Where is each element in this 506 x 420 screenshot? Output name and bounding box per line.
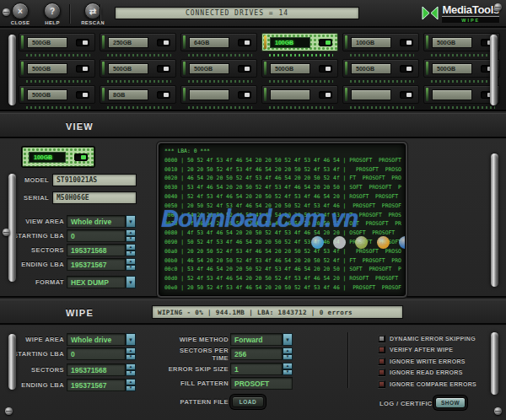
drive-bay[interactable]: 500GB (180, 59, 257, 78)
drive-activity-leds (431, 54, 495, 57)
checkbox[interactable] (378, 358, 385, 365)
fill-pattern-row: FILL PATTERN PROSOFT (165, 377, 300, 390)
drive-bay[interactable]: 500GB (19, 85, 95, 104)
spinner-down-icon[interactable]: ▼ (126, 265, 136, 272)
drive-capacity-lcd (351, 89, 391, 100)
drive-bay[interactable]: 500GB (342, 59, 419, 78)
ending-lba-spinner[interactable]: ▲ ▼ (126, 379, 136, 391)
ending-lba-input[interactable]: 195371567 (67, 258, 126, 271)
wipe-method-select[interactable]: Forward (230, 333, 283, 346)
fill-pattern-input[interactable]: PROSOFT (230, 377, 293, 390)
close-icon[interactable]: × (12, 3, 29, 19)
sectors-per-time-input[interactable]: 256 (230, 347, 283, 360)
drive-activity-leds (26, 54, 90, 57)
hex-row: 0080 | 4f 53 4f 46 54 20 20 50 52 4f 53 … (164, 229, 403, 238)
spinner-down-icon[interactable]: ▼ (126, 354, 136, 361)
sectors-spinner[interactable]: ▲ ▼ (126, 363, 136, 376)
show-button[interactable]: SHOW (435, 397, 466, 408)
drive-toggle-switch[interactable] (76, 91, 89, 99)
drive-bay[interactable]: 500GB (423, 59, 500, 78)
chevron-down-icon[interactable]: ▼ (126, 215, 136, 228)
checkbox[interactable] (378, 380, 385, 388)
drive-toggle-switch[interactable] (238, 39, 251, 46)
checkbox[interactable] (378, 335, 385, 342)
checkbox[interactable] (378, 346, 385, 353)
spinner-up-icon[interactable]: ▲ (126, 229, 136, 236)
spinner-up-icon[interactable]: ▲ (126, 347, 136, 354)
wipe-option-row: IGNORE COMPARE ERRORS (378, 380, 476, 389)
ending-lba-spinner[interactable]: ▲ ▼ (126, 258, 136, 271)
ending-lba-input[interactable]: 195371567 (67, 379, 126, 391)
drive-bay[interactable]: 64GB (180, 33, 257, 51)
load-button[interactable]: LOAD (232, 396, 264, 407)
drive-bay[interactable]: 8GB (100, 85, 176, 104)
error-skip-size-spinner[interactable]: ▲ ▼ (283, 363, 293, 375)
starting-lba-input[interactable]: 0 (67, 347, 126, 360)
drive-toggle-switch[interactable] (76, 65, 89, 73)
drive-bay[interactable]: 500GB (423, 33, 500, 51)
error-skip-size-input[interactable]: 1 (230, 363, 283, 375)
help-button[interactable]: ? HELP (34, 3, 71, 25)
drive-bay[interactable]: 500GB (100, 59, 176, 78)
drive-toggle-switch[interactable] (400, 65, 413, 73)
drive-toggle-switch[interactable] (319, 91, 332, 99)
hex-row: 00a0 | 20 20 50 52 4f 53 4f 46 54 20 20 … (164, 247, 403, 256)
sectors-per-time-spinner[interactable]: ▲ ▼ (283, 347, 293, 360)
spinner-up-icon[interactable]: ▲ (126, 379, 136, 385)
drive-toggle-switch[interactable] (238, 65, 251, 73)
rescan-button[interactable]: ⇄ RESCAN (74, 3, 111, 25)
spinner-down-icon[interactable]: ▼ (283, 354, 293, 361)
drive-bay[interactable]: 500GB (19, 59, 95, 78)
model-field[interactable]: ST910021AS (52, 174, 137, 186)
spinner-down-icon[interactable]: ▼ (126, 370, 136, 377)
view-area-select[interactable]: Whole drive (67, 215, 126, 228)
drive-bay[interactable]: 100GB (261, 33, 338, 51)
drive-bay-unit: 500GB (19, 59, 95, 83)
chevron-down-icon[interactable]: ▼ (126, 276, 136, 288)
starting-lba-spinner[interactable]: ▲ ▼ (126, 229, 136, 242)
drive-bay[interactable]: 500GB (261, 59, 338, 78)
view-ending-lba-row: ENDING LBA 195371567 ▲ ▼ (2, 258, 145, 271)
drive-toggle-switch[interactable] (238, 91, 251, 99)
drive-toggle-switch[interactable] (319, 39, 332, 46)
drive-toggle-switch[interactable] (400, 91, 413, 99)
spinner-up-icon[interactable]: ▲ (283, 363, 293, 369)
spinner-down-icon[interactable]: ▼ (126, 236, 136, 243)
spinner-down-icon[interactable]: ▼ (126, 250, 136, 257)
drive-capacity-lcd: 500GB (27, 63, 67, 74)
serial-field[interactable]: M50H06GE (52, 191, 137, 204)
sectors-input[interactable]: 195371568 (67, 244, 126, 256)
drive-activity-leds (269, 54, 333, 57)
chevron-down-icon[interactable]: ▼ (283, 333, 293, 346)
selected-drive-toggle[interactable] (74, 153, 88, 161)
drive-bay[interactable]: 250GB (100, 33, 176, 51)
drive-toggle-switch[interactable] (157, 65, 170, 73)
spinner-up-icon[interactable]: ▲ (126, 363, 136, 370)
drive-bay[interactable]: 500GB (19, 33, 95, 51)
drive-toggle-switch[interactable] (157, 91, 170, 99)
drive-capacity-lcd (432, 89, 472, 100)
spinner-down-icon[interactable]: ▼ (283, 369, 293, 376)
spinner-down-icon[interactable]: ▼ (126, 385, 136, 392)
drive-toggle-switch[interactable] (400, 39, 413, 46)
wipe-area-select[interactable]: Whole drive (67, 333, 126, 346)
sectors-spinner[interactable]: ▲ ▼ (126, 244, 136, 256)
checkbox[interactable] (378, 369, 385, 376)
drive-toggle-switch[interactable] (157, 39, 170, 46)
starting-lba-input[interactable]: 0 (67, 229, 126, 242)
help-icon[interactable]: ? (44, 3, 61, 19)
spinner-up-icon[interactable]: ▲ (283, 347, 293, 354)
spinner-up-icon[interactable]: ▲ (126, 258, 136, 265)
drive-led-strip (345, 35, 347, 49)
chevron-down-icon[interactable]: ▼ (126, 333, 136, 346)
sectors-input[interactable]: 195371568 (67, 363, 126, 376)
drive-toggle-switch[interactable] (76, 39, 89, 46)
rescan-icon[interactable]: ⇄ (84, 3, 101, 19)
format-select[interactable]: HEX DUMP (67, 276, 126, 288)
hex-row: 00b0 | 46 54 20 20 50 52 4f 53 4f 46 54 … (164, 256, 403, 266)
spinner-up-icon[interactable]: ▲ (126, 244, 136, 250)
drive-bay[interactable]: 100GB (342, 33, 419, 51)
starting-lba-spinner[interactable]: ▲ ▼ (126, 347, 136, 360)
hex-row: 0070 | 4f 46 54 20 20 50 52 4f 53 4f 46 … (164, 219, 403, 229)
drive-toggle-switch[interactable] (319, 65, 332, 73)
